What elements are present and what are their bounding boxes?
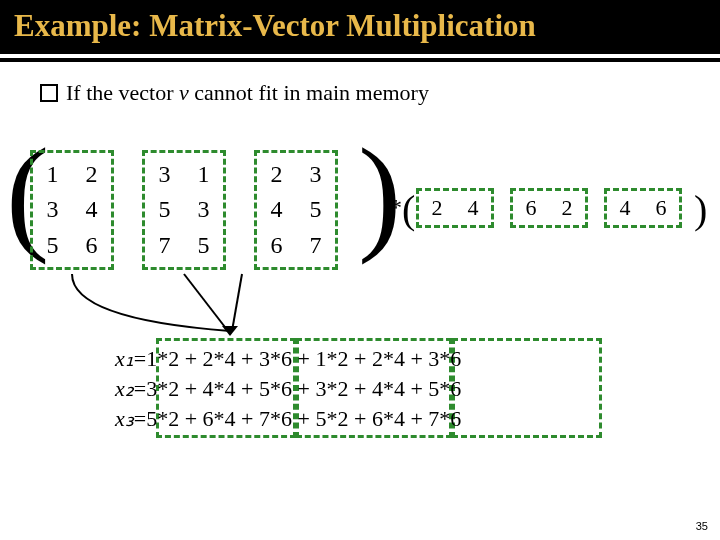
matrix-block-3: 23 45 67: [254, 150, 338, 270]
vector-right-paren: ): [694, 186, 707, 233]
equation-box-3: [452, 338, 602, 438]
bullet-icon: [40, 84, 58, 102]
diagram-area: ( 12 34 56 31 53 75 23 45 67 ) * ( 24 62…: [0, 124, 720, 474]
multiply-symbol: *: [390, 194, 402, 221]
bullet-line: If the vector v cannot fit in main memor…: [40, 80, 720, 106]
vector-block-3: 46: [604, 188, 682, 228]
vector-block-1: 24: [416, 188, 494, 228]
vector-block-2: 62: [510, 188, 588, 228]
slide-title: Example: Matrix-Vector Multiplication: [0, 0, 720, 58]
page-number: 35: [696, 520, 708, 532]
matrix-block-1: 12 34 56: [30, 150, 114, 270]
vector-left-paren: (: [402, 186, 415, 233]
matrix-block-2: 31 53 75: [142, 150, 226, 270]
bullet-text-post: cannot fit in main memory: [189, 80, 429, 105]
bullet-vec: v: [179, 80, 189, 105]
bullet-text-pre: If the vector: [66, 80, 179, 105]
svg-marker-0: [222, 326, 238, 336]
equations: x₁=1*2 + 2*4 + 3*6 + 1*2 + 2*4 + 3*6 x₂=…: [115, 344, 461, 434]
matrix-right-paren: ): [358, 128, 401, 258]
